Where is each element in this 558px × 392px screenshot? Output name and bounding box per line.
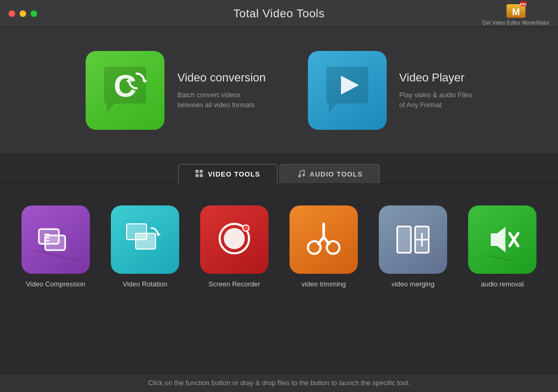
moviemator-label: Get Video Editor MovieMator [482,20,550,26]
merge-icon [392,219,434,261]
audio-removal-icon [468,205,536,274]
svg-marker-35 [491,227,505,252]
svg-rect-11 [195,174,199,177]
top-section: C Video conversion Batch convert videosb… [0,27,558,153]
svg-text:PRO: PRO [520,3,526,6]
video-conversion-text: Video conversion Batch convert videosbet… [177,71,265,110]
status-bar: Click on the function button or dray & d… [0,373,558,392]
tool-video-rotation[interactable]: Video Rotation [111,205,179,288]
video-compression-label: Video Compression [26,280,85,288]
svg-point-13 [298,175,301,178]
video-player-icon [308,51,387,130]
traffic-lights [8,10,37,17]
tool-video-compression[interactable]: Video Compression [22,205,90,288]
video-merging-icon [379,205,447,274]
tabs-section: VIDEO TOOLS AUDIO TOOLS [0,153,558,184]
tool-video-merging[interactable]: video merging [379,205,447,288]
screen-recorder-icon [200,205,268,274]
video-trimming-label: video trimming [302,280,346,288]
svg-point-24 [224,228,245,249]
video-conversion-icon: C [86,51,164,130]
title-bar: Total Video Tools M PRO Get Video Editor… [0,0,558,27]
mute-icon [481,219,523,261]
close-button[interactable] [8,10,15,17]
svg-rect-10 [200,170,203,173]
scissors-icon [303,219,345,261]
svg-rect-31 [397,226,411,253]
video-conversion-desc: Batch convert videosbetween all video fo… [177,90,265,110]
video-player-tool[interactable]: Video Player Play video & audio Filesof … [308,51,472,130]
svg-point-25 [243,225,249,231]
tab-video-tools[interactable]: VIDEO TOOLS [178,164,278,184]
tools-section: Video Compression Video Rotation [0,184,558,304]
maximize-button[interactable] [30,10,37,17]
tool-screen-recorder[interactable]: Screen Recorder [200,205,268,288]
video-player-text: Video Player Play video & audio Filesof … [399,71,472,110]
video-player-title: Video Player [399,71,472,85]
video-merging-label: video merging [391,280,435,288]
tab-audio-tools[interactable]: AUDIO TOOLS [280,164,380,183]
record-icon [213,219,255,261]
compress-icon [35,219,77,261]
video-trimming-icon [290,205,358,274]
app-title: Total Video Tools [233,7,325,20]
video-rotation-label: Video Rotation [122,280,167,288]
rotate-icon [124,219,166,261]
video-tools-tab-label: VIDEO TOOLS [208,170,261,178]
svg-rect-12 [200,174,203,177]
music-icon [297,170,305,178]
video-rotation-icon [111,205,179,274]
svg-text:M: M [512,7,520,17]
audio-tools-tab-label: AUDIO TOOLS [309,170,363,178]
svg-marker-22 [158,232,161,236]
minimize-button[interactable] [19,10,26,17]
video-player-desc: Play video & audio Filesof Any Format [399,90,472,110]
video-compression-icon [22,205,90,274]
svg-rect-9 [195,170,199,173]
video-conversion-tool[interactable]: C Video conversion Batch convert videosb… [86,51,265,130]
grid-icon [195,170,204,178]
status-text: Click on the function button or dray & d… [148,379,410,387]
moviemator-badge[interactable]: M PRO Get Video Editor MovieMator [482,1,550,26]
svg-rect-21 [136,233,156,249]
svg-text:C: C [114,68,137,104]
tool-audio-removal[interactable]: audio removal [468,205,536,288]
audio-removal-label: audio removal [481,280,524,288]
video-conversion-title: Video conversion [177,71,265,85]
screen-recorder-label: Screen Recorder [209,280,260,288]
tool-video-trimming[interactable]: video trimming [290,205,358,288]
svg-point-14 [303,174,305,177]
moviemator-icon: M PRO [505,1,526,19]
